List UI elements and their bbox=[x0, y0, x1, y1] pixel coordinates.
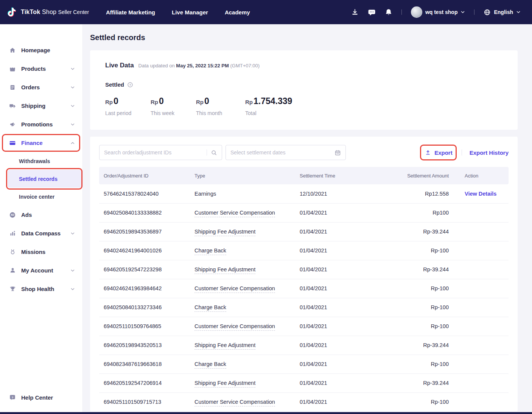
sidebar-subitem-label: Invoice center bbox=[19, 194, 54, 200]
sidebar-subitem-settled-records[interactable]: Settled records bbox=[8, 170, 82, 188]
chat-icon[interactable] bbox=[368, 8, 376, 16]
settlement-amount-cell: Rp-39.244 bbox=[397, 260, 453, 279]
type-cell[interactable]: Shipping Fee Adjustment bbox=[194, 342, 255, 350]
chevron-down-icon bbox=[70, 287, 75, 291]
tiktok-note-icon bbox=[6, 6, 17, 18]
settled-records-card: Export Export History Order/Adjustment I… bbox=[90, 137, 518, 411]
search-input[interactable] bbox=[104, 149, 205, 156]
order-id-cell: 6940251101509715713 bbox=[99, 392, 190, 411]
calendar-icon[interactable] bbox=[334, 149, 341, 156]
settlement-time-cell: 01/04/2021 bbox=[295, 203, 397, 222]
sidebar-item-orders[interactable]: Orders bbox=[0, 78, 82, 96]
sidebar-item-promotions[interactable]: Promotions bbox=[0, 115, 82, 134]
type-cell[interactable]: Charge Back bbox=[194, 361, 226, 369]
action-cell bbox=[453, 222, 509, 241]
svg-text:?: ? bbox=[129, 83, 131, 86]
topbar-divider bbox=[401, 9, 402, 15]
settlement-dates-input[interactable] bbox=[230, 149, 334, 156]
help-center-link[interactable]: ? Help Center bbox=[9, 394, 53, 401]
bell-icon[interactable] bbox=[385, 8, 392, 16]
chevron-down-icon bbox=[70, 231, 75, 236]
nav-affiliate-marketing[interactable]: Affiliate Marketing bbox=[106, 9, 155, 16]
logo-brand-suffix: Shop bbox=[42, 9, 56, 15]
settlement-time-cell: 01/04/2021 bbox=[295, 279, 397, 298]
ads-icon: AD bbox=[9, 212, 16, 218]
stat-value: 0 bbox=[114, 96, 118, 106]
sidebar-item-my-account[interactable]: My Account bbox=[0, 261, 82, 280]
language-switcher[interactable]: English bbox=[484, 9, 521, 16]
sidebar-item-finance[interactable]: Finance bbox=[0, 134, 82, 152]
nav-live-manager[interactable]: Live Manager bbox=[172, 9, 208, 16]
sidebar-item-missions[interactable]: Missions bbox=[0, 243, 82, 261]
export-history-link[interactable]: Export History bbox=[470, 149, 509, 156]
table-row: 6940246241963984642 Customer Service Com… bbox=[99, 279, 509, 298]
export-button[interactable]: Export bbox=[423, 146, 454, 159]
col-order-id: Order/Adjustment ID bbox=[99, 167, 190, 184]
order-id-cell: 6940823487619663618 bbox=[99, 355, 190, 374]
sidebar-subitem-invoice-center[interactable]: Invoice center bbox=[8, 188, 82, 205]
sidebar-item-label: Data Compass bbox=[21, 230, 61, 237]
sidebar-item-label: Finance bbox=[21, 140, 43, 146]
settlement-amount-cell: Rp-100 bbox=[397, 298, 453, 317]
type-cell[interactable]: Customer Service Compensation bbox=[194, 323, 275, 331]
settlement-time-cell: 01/04/2021 bbox=[295, 260, 397, 279]
credit-card-icon bbox=[9, 140, 16, 146]
sidebar-item-label: Ads bbox=[21, 212, 32, 218]
shop-name: wq test shop bbox=[425, 9, 458, 15]
logo-subtitle: Seller Center bbox=[58, 9, 89, 15]
table-row: 6946205192547206914 Shipping Fee Adjustm… bbox=[99, 374, 509, 392]
settled-section-label-row: Settled ? bbox=[105, 81, 502, 88]
sidebar-item-data-compass[interactable]: Data Compass bbox=[0, 224, 82, 243]
settlement-time-cell: 01/04/2021 bbox=[295, 392, 397, 411]
stat-total: Rp1.754.339 Total bbox=[245, 96, 292, 116]
sidebar-item-homepage[interactable]: Homepage bbox=[0, 41, 82, 59]
view-details-link[interactable]: View Details bbox=[465, 191, 496, 197]
sidebar-item-shop-health[interactable]: Shop Health bbox=[0, 280, 82, 298]
question-circle-icon[interactable]: ? bbox=[127, 82, 133, 88]
sidebar-subitem-label: Withdrawals bbox=[19, 158, 50, 164]
topbar-nav: Affiliate Marketing Live Manager Academy bbox=[106, 9, 250, 16]
date-range-box[interactable] bbox=[226, 145, 346, 160]
type-cell[interactable]: Charge Back bbox=[194, 304, 226, 312]
stat-value: 0 bbox=[159, 96, 164, 106]
medal-icon bbox=[9, 249, 16, 255]
order-id-cell: 6946205192547223298 bbox=[99, 260, 190, 279]
search-box[interactable] bbox=[99, 145, 222, 160]
input-divider bbox=[207, 149, 207, 156]
chevron-down-icon bbox=[70, 104, 75, 108]
help-icon: ? bbox=[9, 394, 16, 401]
sidebar-item-ads[interactable]: AD Ads bbox=[0, 205, 82, 224]
sidebar-subitem-withdrawals[interactable]: Withdrawals bbox=[8, 152, 82, 170]
download-icon[interactable] bbox=[351, 8, 359, 16]
tiktok-shop-logo[interactable]: TikTok Shop Seller Center bbox=[6, 6, 94, 18]
type-cell[interactable]: Shipping Fee Adjustment bbox=[194, 380, 255, 388]
sidebar-item-label: My Account bbox=[21, 267, 53, 274]
shop-switcher[interactable]: wq test shop bbox=[411, 6, 465, 18]
nav-academy[interactable]: Academy bbox=[225, 9, 250, 16]
settlement-amount-cell: Rp-100 bbox=[397, 355, 453, 374]
settlement-amount-cell: Rp-100 bbox=[397, 317, 453, 336]
stat-value: 1.754.339 bbox=[254, 96, 292, 106]
type-cell[interactable]: Customer Service Compensation bbox=[194, 399, 275, 406]
type-cell[interactable]: Shipping Fee Adjustment bbox=[194, 229, 255, 236]
search-icon[interactable] bbox=[211, 149, 217, 156]
action-cell bbox=[453, 374, 509, 392]
type-cell[interactable]: Charge Back bbox=[194, 247, 226, 255]
type-cell[interactable]: Shipping Fee Adjustment bbox=[194, 266, 255, 274]
settlement-amount-cell: Rp-100 bbox=[397, 392, 453, 411]
type-cell[interactable]: Customer Service Compensation bbox=[194, 210, 275, 217]
type-cell[interactable]: Customer Service Compensation bbox=[194, 285, 275, 293]
currency-prefix: Rp bbox=[196, 99, 204, 105]
page-title: Settled records bbox=[90, 33, 518, 42]
currency-prefix: Rp bbox=[151, 99, 158, 105]
logo-text: TikTok Shop Seller Center bbox=[21, 9, 89, 16]
sidebar-item-products[interactable]: Products bbox=[0, 59, 82, 78]
table-row: 6946205192547223298 Shipping Fee Adjustm… bbox=[99, 260, 509, 279]
action-cell bbox=[453, 241, 509, 260]
live-data-updated: Data updated on May 25, 2022 15:22 PM (G… bbox=[138, 63, 260, 68]
stat-label: Last period bbox=[105, 110, 151, 116]
filter-row: Export Export History bbox=[99, 145, 509, 160]
help-center-label: Help Center bbox=[21, 394, 53, 401]
sidebar-item-shipping[interactable]: Shipping bbox=[0, 96, 82, 115]
chevron-down-icon bbox=[516, 10, 521, 14]
